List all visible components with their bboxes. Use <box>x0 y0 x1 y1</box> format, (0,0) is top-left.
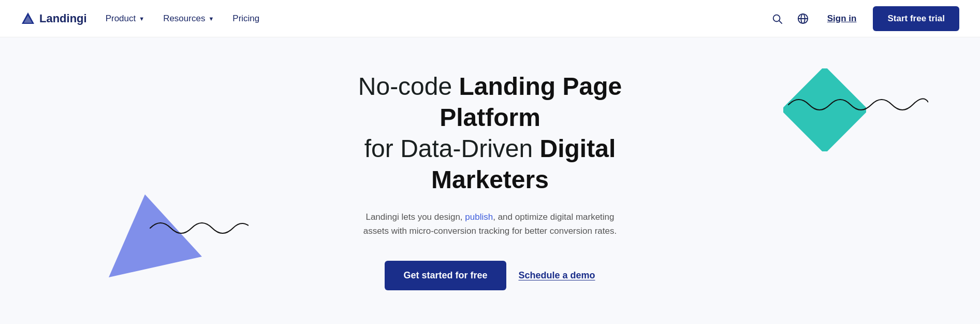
schedule-demo-button[interactable]: Schedule a demo <box>519 270 595 281</box>
chevron-down-icon: ▼ <box>208 16 214 22</box>
globe-icon <box>797 13 809 24</box>
navbar-left: Landingi Product ▼ Resources ▼ Pricing <box>21 11 259 26</box>
navbar-right: Sign in Start free trial <box>769 6 959 31</box>
nav-resources[interactable]: Resources ▼ <box>163 13 214 24</box>
chevron-down-icon: ▼ <box>139 16 144 22</box>
nav-pricing[interactable]: Pricing <box>232 13 259 24</box>
hero-title-line2-normal: for Data-Driven <box>364 135 540 162</box>
navbar: Landingi Product ▼ Resources ▼ Pricing <box>0 0 980 37</box>
wave-left-decoration <box>145 215 248 241</box>
hero-title-line1-bold: Landing Page Platform <box>440 73 622 131</box>
logo-text: Landingi <box>39 12 87 25</box>
get-started-button[interactable]: Get started for free <box>385 261 506 290</box>
search-button[interactable] <box>769 11 785 26</box>
logo-icon <box>21 11 35 26</box>
hero-title-line1-normal: No-code <box>358 73 459 100</box>
start-trial-button[interactable]: Start free trial <box>873 6 959 31</box>
logo[interactable]: Landingi <box>21 11 87 26</box>
nav-pricing-label: Pricing <box>232 13 259 24</box>
language-button[interactable] <box>795 11 811 26</box>
hero-section: No-code Landing Page Platform for Data-D… <box>0 37 980 324</box>
hero-subtitle-highlight: publish <box>465 212 493 222</box>
search-icon <box>771 13 783 24</box>
nav-product-label: Product <box>106 13 136 24</box>
nav-product[interactable]: Product ▼ <box>106 13 144 24</box>
sign-in-button[interactable]: Sign in <box>821 9 863 28</box>
nav-resources-label: Resources <box>163 13 205 24</box>
hero-subtitle-part1: Landingi lets you design, <box>365 212 465 222</box>
hero-title: No-code Landing Page Platform for Data-D… <box>309 71 671 195</box>
hero-subtitle: Landingi lets you design, publish, and o… <box>356 210 625 238</box>
svg-line-3 <box>779 21 782 23</box>
wave-right-decoration <box>783 89 928 120</box>
hero-cta-buttons: Get started for free Schedule a demo <box>385 261 595 290</box>
